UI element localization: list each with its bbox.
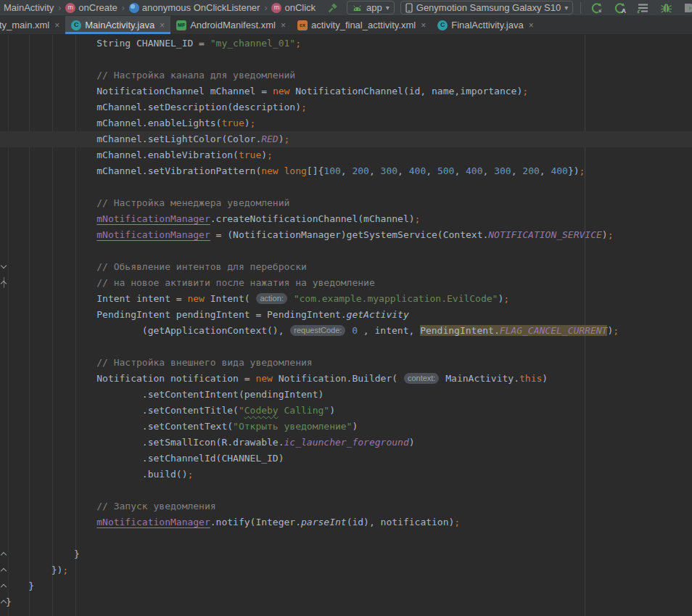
- code-line: NotificationChannel mChannel = new Notif…: [0, 83, 692, 99]
- code-line: }: [0, 578, 692, 594]
- device-dropdown[interactable]: Genymotion Samsung Galaxy S10 ▾: [400, 1, 573, 15]
- breadcrumb-oncreate[interactable]: m onCreate: [63, 2, 119, 13]
- tab-finalacttivity-java[interactable]: C FinalActtivity.java ×: [432, 16, 539, 34]
- code-line: // на новое активити после нажатия на ув…: [0, 275, 692, 291]
- fold-marker-icon[interactable]: [0, 598, 8, 606]
- breadcrumb-separator: ›: [121, 3, 125, 13]
- code-line: mChannel.setVibrationPattern(new long[]{…: [0, 163, 692, 179]
- breadcrumb-separator: ›: [57, 3, 62, 13]
- code-line: .setChannelId(CHANNEL_ID): [0, 451, 692, 467]
- code-line: PendingIntent pendingIntent = PendingInt…: [0, 307, 692, 323]
- code-area: String CHANNEL_ID = "my_channel_01"; // …: [0, 35, 692, 610]
- apply-code-changes-button[interactable]: A: [611, 1, 629, 15]
- debug-bug-icon: [660, 2, 672, 14]
- code-line: [0, 530, 692, 546]
- breadcrumb-label: onClick: [284, 2, 316, 13]
- code-line: (getApplicationContext(), requestCode: 0…: [0, 323, 692, 339]
- fold-marker-icon[interactable]: [0, 263, 8, 271]
- code-line: mChannel.setDescription(description);: [0, 99, 692, 115]
- close-icon[interactable]: ×: [54, 20, 59, 30]
- code-line: String CHANNEL_ID = "my_channel_01";: [0, 36, 692, 52]
- editor-tab-bar: ity_main.xml × C MainActivity.java × MF …: [0, 16, 692, 35]
- code-line: .setContentText("Открыть уведомление"): [0, 419, 692, 435]
- rerun-activity-button[interactable]: [588, 1, 606, 15]
- navigation-bar: MainActivity › m onCreate › anonymous On…: [0, 0, 692, 16]
- debug-button[interactable]: [658, 1, 675, 15]
- code-line: .setSmallIcon(R.drawable.ic_launcher_for…: [0, 435, 692, 451]
- tab-mainactivity-java[interactable]: C MainActivity.java ×: [65, 16, 170, 34]
- code-line: .setContentTitle("Codeby Calling"): [0, 403, 692, 419]
- breadcrumb-mainactivity[interactable]: MainActivity: [1, 2, 56, 13]
- code-line: mNotificationManager.notify(Integer.pars…: [0, 514, 692, 530]
- code-line: // Настройка внешнего вида уведомления: [0, 355, 692, 371]
- breadcrumb-onclick[interactable]: m onClick: [269, 2, 318, 13]
- close-icon[interactable]: ×: [529, 20, 534, 30]
- code-line: [0, 179, 692, 195]
- chevron-down-icon: ▾: [564, 4, 568, 12]
- code-line: mChannel.enableVibration(true);: [0, 147, 692, 163]
- breadcrumb: MainActivity › m onCreate › anonymous On…: [1, 2, 318, 13]
- fold-marker-icon[interactable]: [0, 279, 8, 287]
- code-line: mNotificationManager = (NotificationMana…: [0, 227, 692, 243]
- code-line: Intent intent = new Intent( action: "com…: [0, 291, 692, 307]
- code-line: }: [0, 546, 692, 562]
- build-button[interactable]: [325, 1, 341, 15]
- toolbar-divider: [580, 2, 581, 14]
- code-line: [0, 482, 692, 498]
- tab-activity-main-xml[interactable]: ity_main.xml ×: [0, 16, 65, 34]
- code-line: });: [0, 562, 692, 578]
- close-icon[interactable]: ×: [281, 20, 286, 30]
- attach-debugger-icon: [683, 2, 692, 14]
- code-line: mChannel.setLightColor(Color.RED);: [0, 131, 692, 147]
- fold-marker-icon[interactable]: [0, 566, 8, 574]
- code-line: // Обьявление интентов для переброски: [0, 259, 692, 275]
- chevron-down-icon: ▾: [386, 4, 390, 12]
- code-line: }: [0, 594, 692, 610]
- tab-label: MainActivity.java: [85, 20, 155, 30]
- rerun-icon: [590, 2, 604, 14]
- code-line: .build();: [0, 467, 692, 482]
- close-icon[interactable]: ×: [421, 20, 426, 30]
- run-toolbar: app ▾ Genymotion Samsung Galaxy S10 ▾: [325, 1, 692, 15]
- apply-changes-icon: A: [614, 2, 627, 14]
- java-class-icon: C: [71, 20, 81, 30]
- close-icon[interactable]: ×: [160, 20, 165, 30]
- code-line: mNotificationManager.createNotificationC…: [0, 211, 692, 227]
- breadcrumb-separator: ›: [263, 3, 268, 13]
- phone-icon: [405, 3, 413, 13]
- android-icon: [352, 3, 363, 12]
- code-line: mChannel.enableLights(true);: [0, 115, 692, 131]
- breadcrumb-label: anonymous OnClickListener: [142, 2, 260, 13]
- tab-androidmanifest-xml[interactable]: MF AndroidManifest.xml ×: [170, 16, 292, 34]
- manifest-file-icon: MF: [176, 20, 186, 30]
- anonymous-class-icon: [129, 3, 139, 13]
- code-line: [0, 339, 692, 355]
- tab-activity-final-acttivity-xml[interactable]: cx activity_final_acttivity.xml ×: [292, 16, 432, 34]
- fold-marker-icon[interactable]: [0, 582, 8, 590]
- profiler-icon: [637, 2, 650, 14]
- tab-label: FinalActtivity.java: [451, 20, 523, 30]
- code-editor[interactable]: String CHANNEL_ID = "my_channel_01"; // …: [0, 35, 692, 616]
- method-icon: m: [65, 3, 75, 13]
- attach-debugger-button[interactable]: [680, 1, 692, 15]
- svg-text:A: A: [622, 7, 627, 14]
- hammer-icon: [327, 2, 339, 14]
- layout-xml-icon: cx: [297, 20, 308, 30]
- breadcrumb-label: onCreate: [78, 2, 117, 13]
- run-config-label: app: [366, 2, 382, 13]
- code-line: [0, 52, 692, 67]
- run-configuration-dropdown[interactable]: app ▾: [347, 1, 395, 15]
- profiler-button[interactable]: [635, 1, 652, 15]
- code-line: [0, 243, 692, 259]
- breadcrumb-anonymous-onclicklistener[interactable]: anonymous OnClickListener: [127, 2, 263, 13]
- code-line: Notification notification = new Notifica…: [0, 371, 692, 387]
- java-class-icon: C: [437, 20, 448, 30]
- tab-label: activity_final_acttivity.xml: [311, 20, 416, 30]
- tab-label: AndroidManifest.xml: [190, 20, 276, 30]
- breadcrumb-label: MainActivity: [4, 2, 54, 13]
- code-line: .setContentIntent(pendingIntent): [0, 387, 692, 403]
- tab-label: ity_main.xml: [0, 20, 49, 30]
- fold-marker-icon[interactable]: [0, 550, 8, 558]
- device-label: Genymotion Samsung Galaxy S10: [416, 2, 561, 13]
- code-line: // Настройка канала для уведомлений: [0, 67, 692, 83]
